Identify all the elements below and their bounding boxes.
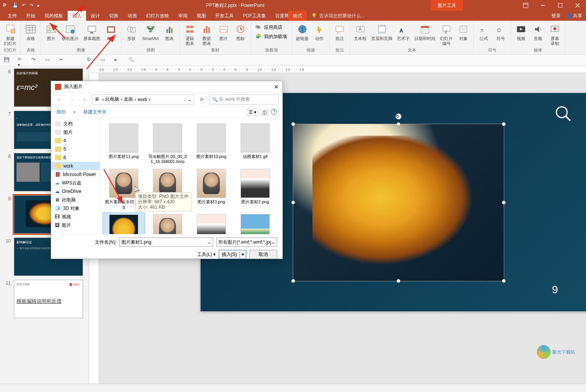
tree-item[interactable]: 🖼图片 — [51, 221, 100, 229]
file-list[interactable]: 图片素材11.png导出帧图片.00_00_01_16.Still001.bmp… — [100, 118, 282, 234]
file-item[interactable]: 图片素材.png — [146, 213, 189, 234]
slide-number-button[interactable]: #幻灯片 编号 — [438, 22, 454, 47]
tab-format[interactable]: 格式 — [288, 11, 307, 21]
file-item[interactable]: 图片素材10.png — [190, 122, 232, 166]
tab-review[interactable]: 审阅 — [174, 11, 192, 21]
cut-icon[interactable]: ✂ — [59, 57, 66, 64]
tree-item[interactable]: 图片 — [51, 128, 100, 136]
table-button[interactable]: 表格 — [23, 22, 38, 42]
save-icon[interactable]: 💾 — [12, 3, 18, 8]
tab-pdf[interactable]: PDF工具集 — [238, 11, 271, 21]
help-icon[interactable]: ? — [271, 109, 277, 115]
video-button[interactable]: 视频 — [513, 22, 529, 42]
cancel-button[interactable]: 取消 — [249, 250, 277, 259]
resize-handle-ne[interactable] — [502, 122, 506, 126]
nav-forward-icon[interactable]: → — [67, 95, 76, 104]
audio-button[interactable]: 音频 — [530, 22, 546, 42]
redo-icon[interactable]: ↷ — [32, 57, 38, 64]
view-options-icon[interactable]: ☰ ▾ — [247, 109, 258, 116]
online-picture-button[interactable]: 联机图片 — [60, 22, 80, 42]
inserted-image[interactable]: ↻ — [293, 124, 504, 281]
datetime-button[interactable]: 日期和时间 — [413, 22, 437, 42]
tree-item[interactable]: ☁OneDrive — [51, 187, 100, 196]
nav-up-icon[interactable]: ↑ — [80, 95, 89, 104]
file-item[interactable]: 2022-12-02_143733_看图王_副本.png — [190, 213, 232, 234]
tab-developer[interactable]: 开发工具 — [211, 11, 238, 21]
smartart-button[interactable]: SmartArt — [141, 22, 160, 42]
nav-back-icon[interactable]: ← — [55, 95, 64, 104]
resize-handle-se[interactable] — [502, 279, 506, 283]
tab-animation[interactable]: 动画 — [123, 11, 141, 21]
tree-item[interactable]: 4 — [51, 136, 100, 145]
resize-handle-w[interactable] — [291, 201, 295, 204]
symbol-button[interactable]: Ω符号 — [493, 22, 508, 42]
file-filter-dropdown[interactable]: 所有图片(*.emf;*.wmf;*.jpg;*.jj⌄ — [216, 238, 277, 247]
hyperlink-button[interactable]: 超链接 — [294, 22, 310, 42]
slideshow-icon[interactable]: ▸ — [115, 57, 121, 64]
header-footer-button[interactable]: 页眉和页脚 — [370, 22, 394, 42]
resize-handle-e[interactable] — [502, 201, 506, 204]
search-input[interactable]: 🔍 在 work 中搜索 — [209, 95, 279, 105]
thumb-11[interactable]: 11自定义模板📕 WPS模板编辑说明和反馈 — [0, 278, 89, 321]
login-link[interactable]: 登录 — [551, 13, 561, 19]
file-item[interactable]: 图片素材1.png — [103, 213, 145, 234]
close-icon[interactable] — [569, 0, 586, 11]
action-button[interactable]: 动作 — [312, 22, 327, 42]
refresh-icon[interactable]: ⟳ — [197, 95, 206, 104]
organize-button[interactable]: 组织 — [56, 109, 66, 115]
stock-image-button[interactable]: 图片 — [216, 22, 231, 42]
tell-me[interactable]: 💡告诉我您想要做什么... — [311, 13, 365, 19]
object-button[interactable]: 对象 — [456, 22, 471, 42]
tree-item[interactable]: 文档 — [51, 120, 100, 128]
undo-icon[interactable]: ↶ — [22, 3, 26, 8]
tab-mytemplates[interactable]: 我的模板 — [40, 11, 68, 21]
new-slide-button[interactable]: 新建 幻灯片 — [2, 22, 18, 47]
rotate-handle[interactable]: ↻ — [395, 113, 402, 120]
tree-item[interactable]: work — [51, 162, 100, 170]
tab-file[interactable]: 文件 — [3, 11, 22, 21]
maximize-icon[interactable] — [551, 0, 569, 11]
file-item[interactable]: 图片素材3.png — [190, 167, 232, 211]
redo-icon[interactable]: ↷ — [30, 3, 33, 8]
undo-icon[interactable]: ↶ ▾ — [18, 57, 25, 64]
shapes-button[interactable]: 形状 — [124, 22, 139, 42]
tab-insert[interactable]: 插入 — [68, 11, 86, 21]
screen-record-button[interactable]: 屏幕 录制 — [547, 22, 563, 47]
new-slide-icon[interactable]: ▭ — [45, 57, 52, 64]
ribbon-options-icon[interactable] — [517, 0, 534, 11]
data-chart-button[interactable]: 数据 图表 — [199, 22, 214, 47]
save-icon[interactable]: 💾 — [4, 57, 11, 64]
tab-transition[interactable]: 切换 — [105, 11, 123, 21]
new-folder-button[interactable]: 新建文件夹 — [83, 109, 106, 115]
tree-item[interactable]: 🧊3D 对象 — [51, 204, 100, 213]
equation-button[interactable]: π公式 — [476, 22, 491, 42]
resize-handle-nw[interactable] — [291, 122, 295, 126]
insert-object-icon[interactable]: ▭ — [101, 57, 108, 64]
chart-button[interactable]: 图表 — [162, 22, 177, 42]
file-item[interactable]: 导出帧图片.00_00_01_16.Still001.bmp — [146, 122, 189, 166]
screenshot-button[interactable]: 屏幕截图 — [82, 22, 102, 42]
tab-design[interactable]: 设计 — [86, 11, 105, 21]
resize-handle-sw[interactable] — [291, 279, 295, 283]
resize-handle-s[interactable] — [397, 279, 400, 283]
file-item[interactable]: 图片素材02.jpg — [234, 213, 276, 234]
tools-dropdown[interactable]: 工具(L) ▾ — [197, 251, 216, 258]
file-item[interactable]: 图片素材2.png — [234, 167, 276, 211]
my-addins-button[interactable]: 🧩我的加载项 — [256, 32, 287, 41]
picture-button[interactable]: 图片 — [43, 22, 59, 42]
filename-input[interactable]: 图片素材1.png⌄ — [120, 238, 213, 247]
refresh-icon[interactable]: ↻ — [87, 57, 94, 64]
start-slideshow-icon[interactable]: ▸ — [37, 3, 40, 8]
resize-handle-n[interactable] — [397, 122, 400, 126]
dialog-close-icon[interactable]: ✕ — [274, 84, 279, 90]
folder-tree[interactable]: 文档图片456work📕Microsoft Power☁WPS云盘☁OneDri… — [51, 118, 100, 234]
insert-button[interactable]: 插入(S)▾ — [219, 250, 246, 259]
tab-slideshow[interactable]: 幻灯片放映 — [141, 11, 174, 21]
share-button[interactable]: 👤 共享 — [566, 13, 582, 19]
tree-item[interactable]: 5 — [51, 145, 100, 153]
album-button[interactable]: 相册 — [103, 22, 119, 42]
tree-item[interactable]: 6 — [51, 153, 100, 162]
app-store-button[interactable]: 🛍应用商店 — [256, 23, 287, 32]
preview-pane-icon[interactable]: ◫ — [261, 109, 269, 116]
breadcrumb[interactable]: 🖥 ›此电脑 ›桌面 ›work› ⌄ — [92, 95, 194, 105]
